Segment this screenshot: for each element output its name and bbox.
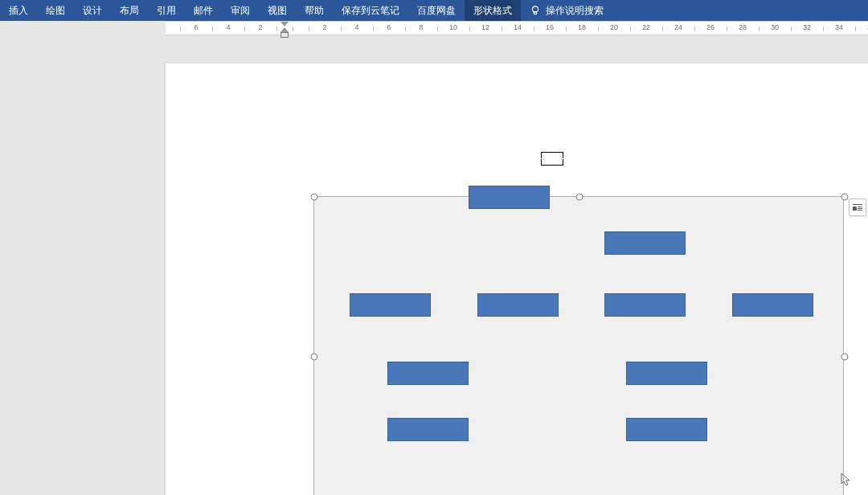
horizontal-ruler[interactable]: 8642246810121416182022242628303234363840… <box>166 21 868 35</box>
lightbulb-icon <box>530 5 541 16</box>
svg-rect-4 <box>858 207 862 207</box>
ribbon-tab[interactable]: 视图 <box>259 0 296 21</box>
shape-rectangle[interactable] <box>626 362 707 385</box>
svg-rect-6 <box>858 210 862 211</box>
shape-rectangle[interactable] <box>469 186 550 209</box>
svg-rect-1 <box>534 12 536 14</box>
drawing-canvas-selection[interactable] <box>313 196 844 495</box>
selection-handle[interactable] <box>841 194 849 201</box>
shape-rectangle[interactable] <box>477 293 559 317</box>
ribbon-tab[interactable]: 审阅 <box>222 0 259 21</box>
ribbon-tab[interactable]: 设计 <box>74 0 111 21</box>
ribbon-tab[interactable]: 插入 <box>0 0 37 21</box>
cursor-bottom-bracket <box>541 159 563 166</box>
ribbon-tab[interactable]: 邮件 <box>185 0 222 21</box>
ribbon-tab[interactable]: 形状格式 <box>465 0 521 21</box>
selection-handle[interactable] <box>311 354 318 361</box>
ribbon-tab[interactable]: 布局 <box>111 0 148 21</box>
shape-rectangle[interactable] <box>626 418 707 441</box>
ribbon-tabs: 插入绘图设计布局引用邮件审阅视图帮助保存到云笔记百度网盘形状格式操作说明搜索 <box>0 0 868 21</box>
mouse-cursor-icon <box>841 472 852 487</box>
cursor-top-bracket <box>541 152 563 158</box>
layout-options-button[interactable] <box>849 198 866 216</box>
svg-point-0 <box>532 6 538 12</box>
svg-rect-2 <box>853 204 862 205</box>
svg-rect-5 <box>858 208 862 209</box>
layout-options-icon <box>852 202 863 213</box>
shape-rectangle[interactable] <box>387 418 469 441</box>
tell-me-label: 操作说明搜索 <box>546 4 604 18</box>
ribbon-tab[interactable]: 引用 <box>148 0 185 21</box>
shape-rectangle[interactable] <box>387 362 469 385</box>
ribbon-tab[interactable]: 绘图 <box>37 0 74 21</box>
selection-handle[interactable] <box>311 194 318 201</box>
selection-handle[interactable] <box>841 354 849 361</box>
ribbon-tab[interactable]: 保存到云笔记 <box>333 0 408 21</box>
svg-rect-3 <box>853 207 857 211</box>
tell-me-search[interactable]: 操作说明搜索 <box>521 4 612 18</box>
selection-handle[interactable] <box>576 194 583 201</box>
shape-rectangle[interactable] <box>350 293 431 317</box>
left-indent-marker[interactable] <box>280 32 289 38</box>
shape-rectangle[interactable] <box>604 231 686 255</box>
shape-rectangle[interactable] <box>732 293 813 317</box>
first-line-indent-marker[interactable] <box>280 22 289 27</box>
shape-rectangle[interactable] <box>604 293 686 317</box>
ribbon-tab[interactable]: 帮助 <box>296 0 333 21</box>
document-workspace <box>0 39 868 495</box>
ribbon-tab[interactable]: 百度网盘 <box>408 0 465 21</box>
